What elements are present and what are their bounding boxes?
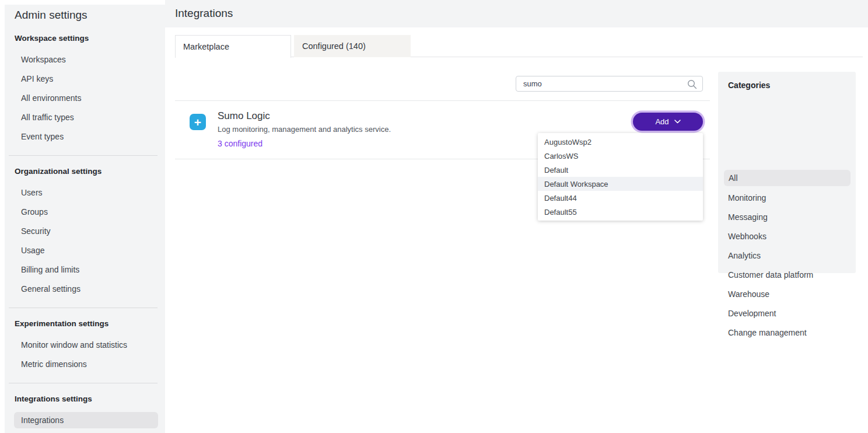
category-all[interactable]: All bbox=[724, 170, 850, 186]
category-label: Monitoring bbox=[728, 193, 766, 202]
category-change-management[interactable]: Change management bbox=[718, 323, 856, 342]
category-customer-data-platform[interactable]: Customer data platform bbox=[718, 265, 856, 284]
category-monitoring[interactable]: Monitoring bbox=[718, 188, 856, 207]
sidebar-divider bbox=[9, 155, 158, 156]
categories-panel: Categories All Monitoring Messaging Webh… bbox=[718, 72, 856, 273]
categories-heading: Categories bbox=[728, 81, 770, 90]
sidebar-item-all-environments[interactable]: All environments bbox=[21, 94, 82, 103]
category-label: Messaging bbox=[728, 212, 768, 222]
chevron-down-icon bbox=[674, 120, 681, 124]
workspace-dropdown-menu: AugustoWsp2 CarlosWS Default Default Wor… bbox=[538, 133, 703, 221]
marketplace-search bbox=[516, 76, 703, 92]
sidebar-heading-experimentation-settings: Experimentation settings bbox=[15, 319, 108, 328]
integration-name: Sumo Logic bbox=[218, 110, 270, 122]
page-header: Integrations bbox=[165, 0, 868, 27]
sidebar-item-metric-dimensions[interactable]: Metric dimensions bbox=[21, 360, 87, 369]
add-button[interactable]: Add bbox=[633, 113, 703, 131]
category-label: Analytics bbox=[728, 251, 761, 260]
dropdown-item-default-workspace[interactable]: Default Workspace bbox=[538, 177, 703, 191]
sidebar-divider bbox=[9, 383, 158, 383]
page-title: Integrations bbox=[175, 6, 233, 20]
category-analytics[interactable]: Analytics bbox=[718, 246, 856, 265]
tab-label: Configured (140) bbox=[302, 41, 366, 51]
admin-sidebar: Admin settings Workspace settings Worksp… bbox=[5, 5, 165, 433]
category-label: All bbox=[729, 173, 738, 183]
category-webhooks[interactable]: Webhooks bbox=[718, 226, 856, 246]
configured-count-link[interactable]: 3 configured bbox=[218, 139, 262, 148]
sidebar-item-workspaces[interactable]: Workspaces bbox=[21, 55, 66, 64]
tab-label: Marketplace bbox=[183, 42, 229, 51]
category-development[interactable]: Development bbox=[718, 303, 856, 323]
sidebar-item-monitor-window-and-statistics[interactable]: Monitor window and statistics bbox=[21, 341, 127, 350]
category-label: Development bbox=[728, 309, 776, 318]
sidebar-heading-integrations-settings: Integrations settings bbox=[15, 394, 92, 403]
sidebar-item-label: Integrations bbox=[21, 415, 64, 425]
category-label: Warehouse bbox=[728, 289, 769, 299]
category-label: Change management bbox=[728, 328, 807, 337]
sidebar-title: Admin settings bbox=[15, 8, 88, 22]
category-warehouse[interactable]: Warehouse bbox=[718, 284, 856, 303]
sidebar-item-groups[interactable]: Groups bbox=[21, 208, 48, 216]
sidebar-item-all-traffic-types[interactable]: All traffic types bbox=[21, 113, 74, 122]
dropdown-item-default[interactable]: Default bbox=[538, 163, 703, 177]
dropdown-item-default44[interactable]: Default44 bbox=[538, 191, 703, 205]
search-input[interactable] bbox=[516, 76, 702, 91]
sidebar-heading-workspace-settings: Workspace settings bbox=[15, 34, 89, 43]
sidebar-heading-organizational-settings: Organizational settings bbox=[15, 167, 102, 176]
admin-settings-screen: Admin settings Workspace settings Worksp… bbox=[0, 0, 868, 433]
category-messaging[interactable]: Messaging bbox=[718, 207, 856, 226]
dropdown-item-default55[interactable]: Default55 bbox=[538, 205, 703, 219]
dropdown-item-carlosws[interactable]: CarlosWS bbox=[538, 149, 703, 163]
tab-marketplace[interactable]: Marketplace bbox=[175, 35, 291, 58]
integration-description: Log monitoring, management and analytics… bbox=[218, 125, 391, 134]
sidebar-item-event-types[interactable]: Event types bbox=[21, 132, 64, 141]
sidebar-item-api-keys[interactable]: API keys bbox=[21, 75, 53, 83]
sidebar-item-users[interactable]: Users bbox=[21, 188, 43, 197]
tab-configured[interactable]: Configured (140) bbox=[294, 35, 411, 57]
sidebar-divider bbox=[9, 308, 158, 308]
search-icon bbox=[687, 79, 697, 89]
category-label: Webhooks bbox=[728, 232, 766, 241]
add-button-label: Add bbox=[655, 117, 668, 126]
sidebar-item-usage[interactable]: Usage bbox=[21, 246, 44, 255]
sumo-logic-plus-icon: + bbox=[190, 114, 206, 130]
dropdown-item-augustowsp2[interactable]: AugustoWsp2 bbox=[538, 135, 703, 149]
card-top-border bbox=[175, 100, 710, 101]
sidebar-item-integrations-selected[interactable]: Integrations bbox=[14, 412, 158, 428]
category-label: Customer data platform bbox=[728, 270, 813, 280]
sidebar-item-security[interactable]: Security bbox=[21, 227, 51, 236]
sidebar-item-general-settings[interactable]: General settings bbox=[21, 285, 80, 294]
sidebar-item-billing-and-limits[interactable]: Billing and limits bbox=[21, 266, 79, 274]
